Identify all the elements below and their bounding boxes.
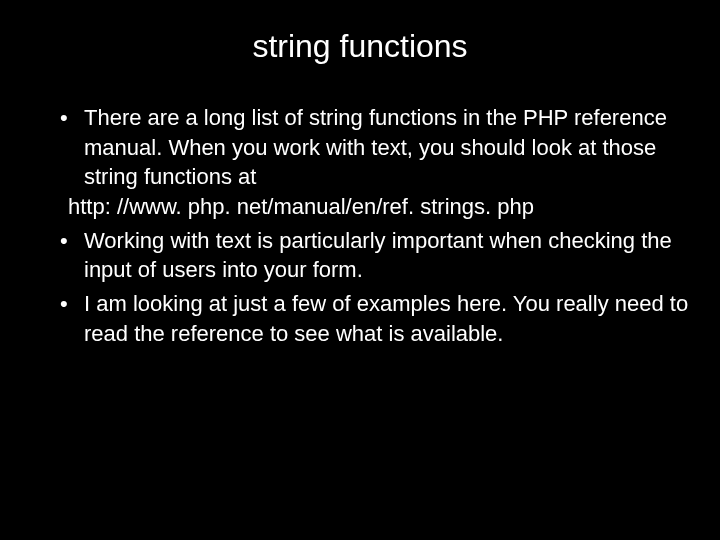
bullet-text: I am looking at just a few of examples h… <box>84 291 688 346</box>
slide: string functions There are a long list o… <box>0 0 720 540</box>
list-item: I am looking at just a few of examples h… <box>60 289 690 348</box>
slide-title: string functions <box>30 28 690 65</box>
bullet-text: There are a long list of string function… <box>84 105 667 189</box>
bullet-list: There are a long list of string function… <box>30 103 690 349</box>
list-item: There are a long list of string function… <box>60 103 690 222</box>
bullet-text: Working with text is particularly import… <box>84 228 672 283</box>
list-item: Working with text is particularly import… <box>60 226 690 285</box>
bullet-subtext: http: //www. php. net/manual/en/ref. str… <box>64 192 690 222</box>
